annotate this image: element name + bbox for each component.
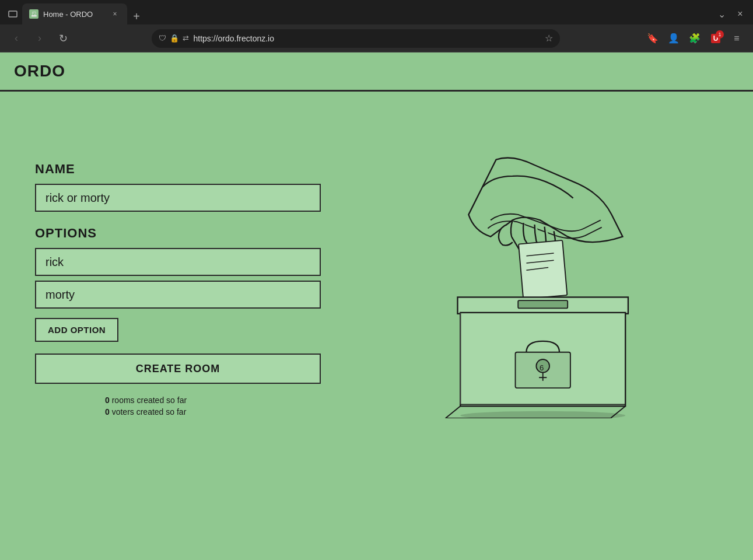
- url-display[interactable]: https://ordo.frectonz.io: [194, 34, 540, 43]
- extensions-button[interactable]: 🧩: [685, 29, 704, 48]
- svg-point-18: [460, 411, 625, 418]
- tracker-icon: ⇄: [183, 34, 189, 43]
- refresh-button[interactable]: ↻: [54, 29, 72, 48]
- shield-icon: 🛡: [159, 34, 166, 43]
- svg-rect-1: [519, 240, 567, 299]
- ballot-box-illustration: 6: [400, 127, 680, 418]
- menu-button[interactable]: ≡: [727, 29, 746, 48]
- page-content: ORDO NAME OPTIONS ADD OPTION CREATE ROOM…: [0, 52, 753, 560]
- browser-window: 🗳 Home - ORDO × + ⌄ × ‹ › ↻ 🛡 🔒 ⇄ https:…: [0, 0, 753, 560]
- active-tab[interactable]: 🗳 Home - ORDO ×: [22, 4, 127, 24]
- voters-count: 0: [105, 407, 110, 416]
- tab-bar: 🗳 Home - ORDO × + ⌄ ×: [0, 0, 753, 24]
- forward-button[interactable]: ›: [30, 29, 49, 48]
- address-input-wrapper[interactable]: 🛡 🔒 ⇄ https://ordo.frectonz.io ☆: [152, 29, 560, 48]
- addon-button[interactable]: U 1: [706, 29, 725, 48]
- app-title: ORDO: [14, 62, 739, 80]
- svg-line-15: [445, 406, 460, 418]
- svg-rect-0: [9, 11, 17, 17]
- voters-stat: 0 voters created so far: [105, 407, 338, 416]
- security-icons: 🛡 🔒 ⇄: [159, 34, 189, 43]
- rooms-stat: 0 rooms created so far: [105, 396, 338, 405]
- window-icon: [5, 4, 21, 24]
- tab-close-button[interactable]: ×: [110, 9, 120, 19]
- bookmark-icon[interactable]: ☆: [545, 33, 553, 44]
- browser-actions: 🔖 👤 🧩 U 1 ≡: [643, 29, 746, 48]
- option2-input[interactable]: [35, 281, 321, 309]
- name-input[interactable]: [35, 184, 321, 212]
- rooms-count: 0: [105, 396, 110, 405]
- tab-title: Home - ORDO: [43, 10, 93, 19]
- account-button[interactable]: 👤: [664, 29, 683, 48]
- back-button[interactable]: ‹: [7, 29, 26, 48]
- rooms-text: rooms created so far: [112, 396, 187, 405]
- add-option-button[interactable]: ADD OPTION: [35, 318, 118, 342]
- voters-text: voters created so far: [112, 407, 187, 416]
- svg-rect-6: [518, 300, 568, 308]
- save-to-pocket-button[interactable]: 🔖: [643, 29, 662, 48]
- addon-badge: 1: [716, 30, 724, 38]
- name-label: NAME: [35, 162, 338, 177]
- illustration-section: 6: [362, 115, 718, 419]
- app-header: ORDO: [0, 52, 753, 92]
- stats-section: 0 rooms created so far 0 voters created …: [35, 396, 338, 416]
- tab-bar-right: ⌄ ×: [713, 6, 748, 24]
- form-section: NAME OPTIONS ADD OPTION CREATE ROOM 0 ro…: [35, 115, 338, 419]
- tab-favicon: 🗳: [29, 9, 38, 19]
- svg-text:6: 6: [540, 363, 544, 372]
- option1-input[interactable]: [35, 248, 321, 276]
- options-label: OPTIONS: [35, 226, 338, 241]
- create-room-button[interactable]: CREATE ROOM: [35, 354, 321, 384]
- lock-icon: 🔒: [170, 34, 179, 43]
- main-content: NAME OPTIONS ADD OPTION CREATE ROOM 0 ro…: [0, 92, 753, 442]
- list-tabs-button[interactable]: ⌄: [713, 6, 730, 22]
- close-window-button[interactable]: ×: [732, 6, 748, 22]
- address-bar: ‹ › ↻ 🛡 🔒 ⇄ https://ordo.frectonz.io ☆ 🔖…: [0, 24, 753, 52]
- new-tab-button[interactable]: +: [128, 8, 145, 24]
